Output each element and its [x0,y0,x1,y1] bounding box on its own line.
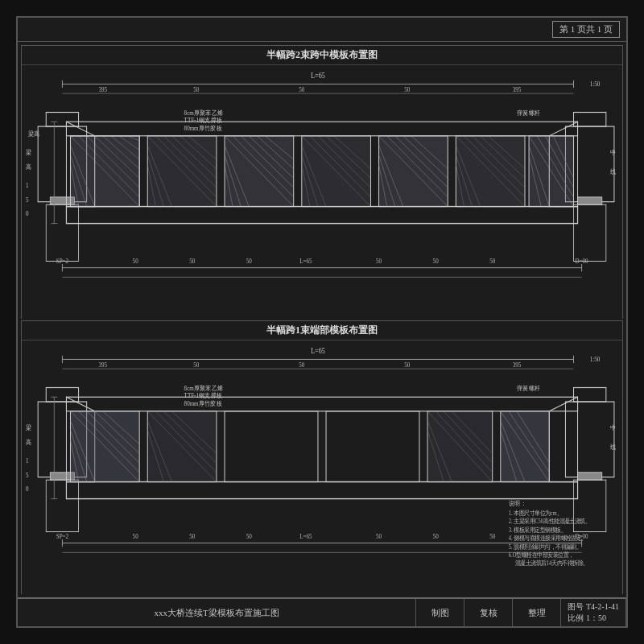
svg-text:中: 中 [610,149,616,157]
svg-text:8cm厚聚苯乙烯: 8cm厚聚苯乙烯 [184,385,224,393]
svg-rect-144 [578,473,602,480]
title-block-drawing-no-section: 图号 T4-2-1-41 比例 1：50 [561,599,626,626]
svg-text:说明：: 说明： [509,499,526,507]
svg-text:L=65: L=65 [299,257,312,265]
svg-text:50: 50 [376,532,382,540]
svg-text:5: 5 [26,196,29,204]
svg-text:50: 50 [189,532,195,540]
svg-text:8cm厚聚苯乙烯: 8cm厚聚苯乙烯 [184,109,224,118]
page-number: 第 1 页共 1 页 [552,21,620,38]
svg-text:5. 脱模剂涂刷均匀，不得漏刷。: 5. 脱模剂涂刷均匀，不得漏刷。 [509,543,582,551]
svg-text:50: 50 [433,532,439,540]
diagram1-title: 半幅跨2束跨中模板布置图 [22,46,622,65]
diagram1-svg: L=65 395 50 50 50 395 [22,65,622,320]
svg-text:1:50: 1:50 [590,355,601,363]
svg-text:梁高: 梁高 [28,130,40,138]
svg-text:50: 50 [246,532,252,540]
svg-text:50: 50 [193,85,199,93]
svg-text:梁: 梁 [26,149,31,157]
top-bar: 第 1 页共 1 页 [18,18,626,42]
svg-text:6.O型螺栓在中部安装位置，: 6.O型螺栓在中部安装位置， [509,552,574,559]
diagram2-title: 半幅跨1束端部模板布置图 [22,321,622,341]
svg-text:395: 395 [513,85,522,93]
svg-text:混凝土浇筑后14天内不得拆除。: 混凝土浇筑后14天内不得拆除。 [515,559,588,567]
svg-text:4. 侧模与底模连接采用螺栓固定。: 4. 侧模与底模连接采用螺栓固定。 [509,535,587,543]
svg-text:50: 50 [376,257,382,265]
svg-text:L=65: L=65 [299,532,312,540]
title-block: xxx大桥连续T梁模板布置施工图 制图 复核 整理 图号 T4-2-1-41 比… [18,597,626,626]
svg-text:50: 50 [299,361,304,369]
svg-text:395: 395 [99,361,108,369]
svg-text:1: 1 [26,457,29,465]
svg-text:TTF-1钢支撑板: TTF-1钢支撑板 [184,392,223,400]
svg-text:50: 50 [489,257,495,265]
svg-text:1: 1 [26,182,29,190]
diagram-section-2: 半幅跨1束端部模板布置图 [21,320,623,594]
svg-text:80mm厚竹胶板: 80mm厚竹胶板 [184,124,223,132]
svg-text:0: 0 [26,210,29,218]
svg-text:80mm厚竹胶板: 80mm厚竹胶板 [184,399,223,407]
title-block-drawn: 制图 [416,599,464,626]
svg-text:50: 50 [133,257,138,265]
svg-text:中: 中 [610,424,616,432]
scale-info: 比例 1：50 [568,613,619,624]
svg-text:弹簧螺杆: 弹簧螺杆 [517,109,541,118]
svg-text:梁: 梁 [26,424,31,432]
title-block-checked: 复核 [464,599,513,626]
drawing-no-label: 图号 T4-2-1-41 [568,601,619,613]
svg-text:50: 50 [404,85,410,93]
svg-text:D=00: D=00 [576,257,588,265]
svg-text:50: 50 [189,257,195,265]
title-block-project: xxx大桥连续T梁模板布置施工图 [18,599,416,626]
diagram2-svg: L=65 395 50 50 50 395 [22,341,622,595]
svg-text:线: 线 [610,167,616,175]
svg-text:高: 高 [26,438,31,446]
svg-text:395: 395 [513,361,522,369]
svg-text:50: 50 [299,85,304,93]
svg-text:TTF-1钢支撑板: TTF-1钢支撑板 [184,117,223,125]
diagram2-canvas: L=65 395 50 50 50 395 [22,341,622,595]
diagram1-canvas: L=65 395 50 50 50 395 [22,65,622,320]
svg-text:L=65: L=65 [311,347,325,356]
svg-text:0: 0 [26,485,29,493]
svg-text:2. 主梁采用C50高性能混凝土浇筑。: 2. 主梁采用C50高性能混凝土浇筑。 [509,518,590,526]
svg-text:1:50: 1:50 [590,80,601,88]
svg-rect-36 [70,136,139,207]
svg-text:弹簧螺杆: 弹簧螺杆 [517,385,541,393]
title-block-approved: 整理 [513,599,561,626]
svg-text:50: 50 [433,257,439,265]
svg-text:1. 本图尺寸单位为cm。: 1. 本图尺寸单位为cm。 [509,510,562,517]
svg-text:高: 高 [26,163,31,171]
diagram-section-1: 半幅跨2束跨中模板布置图 [21,45,623,319]
svg-text:3. 模板采用定型钢模板。: 3. 模板采用定型钢模板。 [509,526,566,534]
drawing-area: 第 1 页共 1 页 半幅跨2束跨中模板布置图 [16,16,628,628]
svg-text:50: 50 [246,257,252,265]
svg-text:395: 395 [99,85,108,93]
svg-text:SP=2: SP=2 [56,532,68,540]
svg-text:50: 50 [489,532,495,540]
svg-text:50: 50 [193,361,199,369]
page-container: 第 1 页共 1 页 半幅跨2束跨中模板布置图 [0,0,644,644]
svg-rect-21 [578,197,602,204]
main-content: 半幅跨2束跨中模板布置图 [18,42,626,597]
svg-text:50: 50 [404,361,410,369]
svg-text:L=65: L=65 [311,72,325,80]
svg-text:5: 5 [26,471,29,479]
svg-text:线: 线 [610,443,616,451]
svg-text:50: 50 [133,532,138,540]
svg-text:SP=2: SP=2 [56,257,68,265]
